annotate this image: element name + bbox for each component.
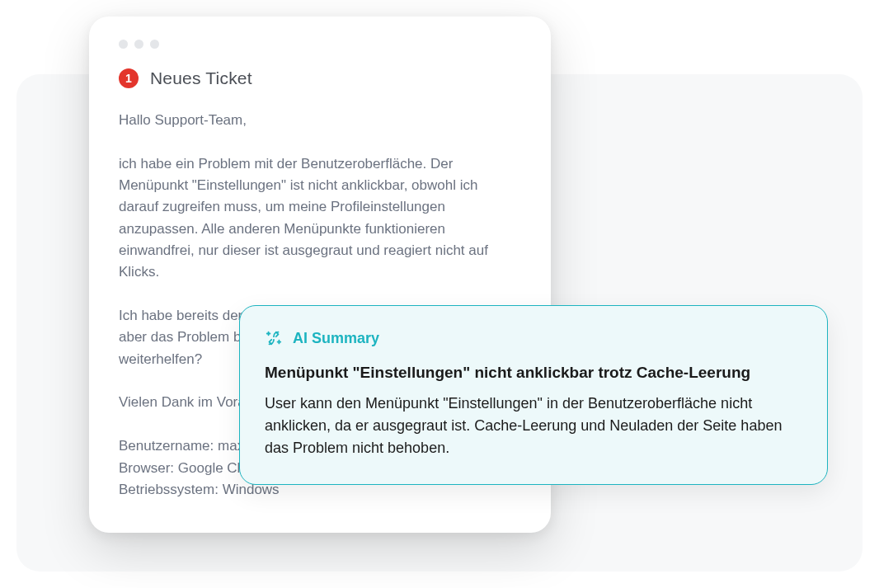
sparkle-refresh-icon <box>265 329 283 347</box>
window-dot-minimize[interactable] <box>134 40 143 49</box>
ticket-number-badge: 1 <box>119 68 139 88</box>
ai-summary-title: Menüpunkt "Einstellungen" nicht anklickb… <box>265 362 802 384</box>
ai-summary-text: User kann den Menüpunkt "Einstellungen" … <box>265 393 802 459</box>
ticket-header: 1 Neues Ticket <box>119 68 521 88</box>
window-controls <box>119 40 521 49</box>
window-dot-close[interactable] <box>119 40 128 49</box>
ai-summary-header: AI Summary <box>265 329 802 347</box>
ticket-title: Neues Ticket <box>150 68 252 88</box>
window-dot-maximize[interactable] <box>150 40 159 49</box>
ai-summary-card: AI Summary Menüpunkt "Einstellungen" nic… <box>239 305 828 485</box>
ai-summary-label: AI Summary <box>293 330 379 347</box>
